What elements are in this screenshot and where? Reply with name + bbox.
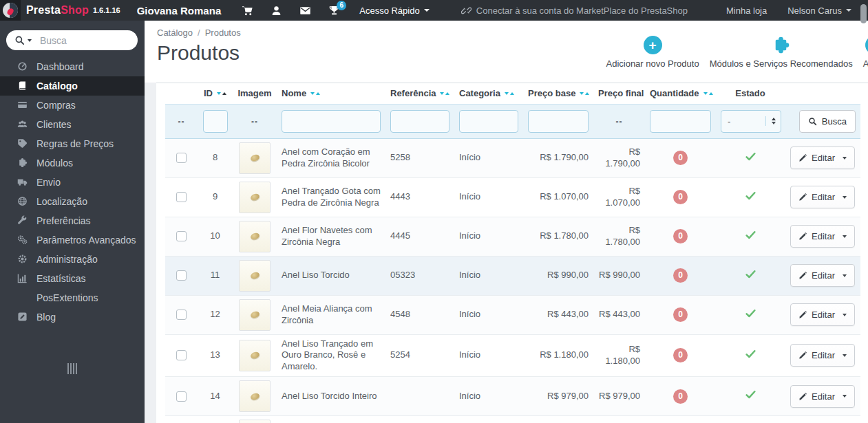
product-row[interactable]: 13 Anel Liso Trançado em Ouro Branco, Ro… (165, 334, 860, 377)
edit-button[interactable]: Editar (790, 344, 855, 367)
edit-button[interactable]: Editar (790, 186, 855, 208)
chevron-down-icon (424, 9, 430, 12)
row-checkbox[interactable] (176, 391, 187, 402)
product-row[interactable]: 11 Anel Liso Torcido 05323 Início R$ 990… (165, 256, 860, 295)
filter-status-select[interactable]: - (721, 110, 781, 133)
ring-image (249, 392, 260, 401)
recommended-modules-button[interactable]: Módulos e Serviços Recomendados (710, 36, 853, 69)
cart-icon[interactable] (242, 5, 253, 17)
product-thumbnail[interactable] (239, 380, 271, 412)
sidebar-item-prefer-ncias[interactable]: Preferências (0, 211, 145, 230)
header-quantity[interactable]: Quantidade (645, 83, 716, 104)
sidebar-collapse-handle[interactable] (0, 363, 145, 374)
product-row[interactable]: 9 Anel Trançado Gota com Pedra de Zircôn… (165, 177, 860, 217)
marketplace-link[interactable]: Conectar à sua conta do MarketPlace do P… (461, 6, 688, 16)
row-checkbox[interactable] (176, 231, 187, 241)
edit-button[interactable]: Editar (790, 264, 855, 287)
product-row[interactable]: 8 Anel com Coração em Pedra Zircônia Bic… (165, 138, 860, 177)
row-checkbox[interactable] (176, 153, 187, 163)
filter-price-base-input[interactable] (528, 110, 589, 133)
filter-quantity-input[interactable] (650, 110, 711, 133)
chevron-down-icon[interactable] (843, 354, 847, 357)
product-thumbnail[interactable] (239, 182, 271, 213)
help-button[interactable]: ? Ajuda (863, 36, 868, 69)
product-thumbnail[interactable] (239, 340, 271, 371)
sidebar-item-compras[interactable]: Compras (0, 96, 145, 115)
product-row[interactable]: 15 Anel Curva Liso com Navetes 4423 Iníc… (165, 416, 860, 423)
sidebar-item-m-dulos[interactable]: Módulos (0, 153, 145, 173)
products-table: ID Imagem Nome Referência Categoria Preç… (165, 83, 860, 423)
sidebar-item-dashboard[interactable]: Dashboard (0, 57, 145, 76)
header-price-base[interactable]: Preço base (523, 83, 593, 104)
header-category[interactable]: Categoria (454, 83, 523, 104)
sidebar-item-clientes[interactable]: Clientes (0, 115, 145, 134)
product-name: Anel Liso Trançado em Ouro Branco, Rosê … (282, 338, 373, 372)
header-image: Imagem (233, 83, 277, 104)
notifications-trophy-icon[interactable]: 6 (328, 5, 340, 17)
customer-icon[interactable] (271, 5, 282, 17)
header-id[interactable]: ID (198, 83, 233, 104)
user-menu[interactable]: Nelson Carus (787, 6, 851, 16)
search-scope-caret-icon[interactable] (28, 39, 32, 42)
chevron-down-icon[interactable] (843, 196, 847, 199)
sidebar-item-blog[interactable]: Blog (0, 307, 145, 327)
scrollbar-thumb[interactable] (860, 4, 867, 23)
product-price-base: R$ 990,00 (547, 270, 589, 280)
product-price-base: R$ 1.070,00 (540, 191, 589, 202)
edit-button[interactable]: Editar (790, 225, 855, 248)
row-checkbox[interactable] (176, 270, 187, 281)
sidebar-item-par-metros-avan-ados[interactable]: Parâmetros Avançados (0, 230, 145, 250)
add-product-button[interactable]: + Adicionar novo Produto (606, 36, 699, 69)
pencil-icon (798, 271, 807, 280)
chevron-down-icon[interactable] (843, 395, 847, 398)
product-thumbnail[interactable] (239, 420, 271, 423)
sidebar-item-localiza-o[interactable]: Localização (0, 192, 145, 211)
product-thumbnail[interactable] (239, 260, 271, 292)
edit-button[interactable]: Editar (790, 385, 855, 408)
chevron-down-icon[interactable] (843, 157, 847, 160)
sidebar-item-envio[interactable]: Envio (0, 173, 145, 192)
tag-icon (17, 138, 28, 149)
product-thumbnail[interactable] (239, 299, 271, 331)
filter-category-input[interactable] (459, 110, 518, 133)
product-name: Anel com Coração em Pedra Zircônia Bicol… (282, 147, 370, 169)
row-checkbox[interactable] (176, 350, 187, 360)
product-thumbnail[interactable] (239, 142, 271, 174)
my-shop-link[interactable]: Minha loja (726, 6, 767, 16)
header-reference[interactable]: Referência (385, 83, 454, 104)
sidebar-item-administra-o[interactable]: Administração (0, 250, 145, 269)
sidebar-item-estat-sticas[interactable]: Estatísticas (0, 269, 145, 288)
header-name[interactable]: Nome (277, 83, 385, 104)
pencil-icon (798, 153, 807, 162)
chevron-down-icon[interactable] (843, 314, 847, 316)
filter-reference-input[interactable] (390, 110, 449, 133)
product-thumbnail[interactable] (239, 221, 271, 252)
product-row[interactable]: 12 Anel Meia Aliança com Zircônia 4548 I… (165, 295, 860, 334)
row-checkbox[interactable] (176, 310, 187, 320)
product-category: Início (459, 191, 480, 202)
chevron-down-icon[interactable] (843, 235, 847, 238)
product-price-final: R$ 1.070,00 (605, 186, 640, 208)
shop-name-link[interactable]: Giovana Romana (137, 5, 222, 17)
sidebar-item-cat-logo[interactable]: Catálogo (0, 76, 145, 96)
quick-access-menu[interactable]: Acesso Rápido (359, 6, 429, 16)
product-row[interactable]: 14 Anel Liso Torcido Inteiro Início R$ 9… (165, 377, 860, 416)
sidebar-item-regras-de-pre-os[interactable]: Regras de Preços (0, 134, 145, 153)
chevron-down-icon[interactable] (843, 274, 847, 277)
product-reference: 4443 (390, 191, 410, 202)
product-row[interactable]: 10 Anel Flor Navetes com Zircônia Negra … (165, 217, 860, 256)
prestashop-logo[interactable] (0, 0, 21, 21)
row-checkbox[interactable] (176, 192, 187, 202)
breadcrumb-catalog[interactable]: Catálogo (157, 28, 193, 38)
filter-name-input[interactable] (282, 110, 381, 133)
messages-icon[interactable] (299, 5, 311, 17)
product-id: 8 (213, 152, 218, 162)
sidebar-item-posextentions[interactable]: PosExtentions (0, 288, 145, 307)
filter-id-input[interactable] (203, 110, 228, 133)
edit-button[interactable]: Editar (790, 147, 855, 169)
search-filter-button[interactable]: Busca (799, 110, 856, 133)
pencil-icon (798, 310, 807, 319)
pencil-icon (798, 193, 807, 202)
edit-button[interactable]: Editar (790, 303, 855, 326)
product-name: Anel Trançado Gota com Pedra de Zircônia… (282, 186, 381, 208)
